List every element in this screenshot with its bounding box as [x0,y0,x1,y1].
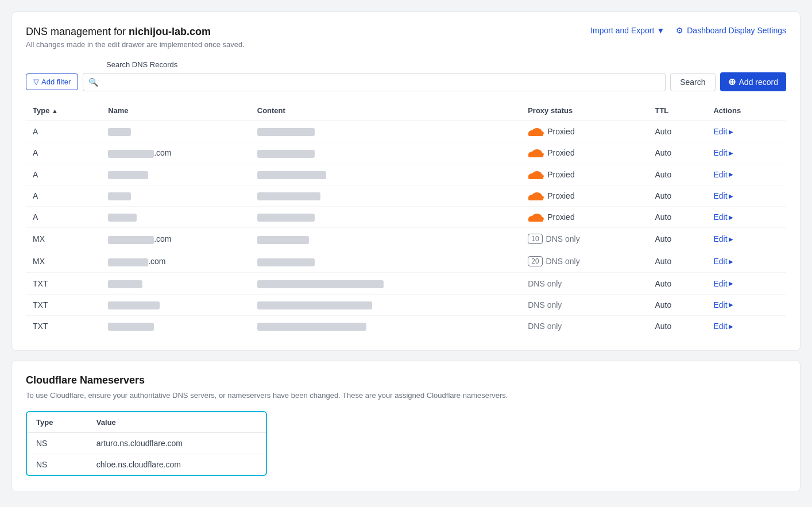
chevron-right-icon: ▶ [729,171,733,177]
nameservers-table: Type Value NSarturo.ns.cloudflare.comNSc… [27,412,266,475]
dns-card-header: DNS management for nichijou-lab.com All … [26,26,786,49]
cell-name [101,185,250,206]
blurred-content [257,301,372,309]
search-icon: 🔍 [88,78,98,87]
blurred-name [108,150,154,158]
ns-cell-value: arturo.ns.cloudflare.com [87,433,266,454]
cell-actions: Edit▶ [706,164,786,185]
add-filter-label: Add filter [41,78,71,86]
svg-rect-7 [528,154,543,157]
dns-card-subtitle: All changes made in the edit drawer are … [26,40,245,49]
blurred-name [108,258,148,266]
table-row: AProxiedAutoEdit▶ [26,207,786,228]
cell-proxy-status: 10DNS only [521,228,648,250]
chevron-right-icon: ▶ [729,301,733,308]
priority-badge: 20 [528,256,542,266]
cell-name [101,164,250,185]
search-button[interactable]: Search [670,73,715,91]
blurred-name [108,192,131,200]
search-input[interactable] [83,73,666,91]
blurred-content [257,171,326,179]
table-row: TXTDNS onlyAutoEdit▶ [26,316,786,337]
blurred-content [257,236,309,244]
cell-content [250,207,521,228]
edit-button[interactable]: Edit▶ [713,212,779,222]
ns-col-type: Type [27,412,87,433]
edit-button[interactable]: Edit▶ [713,234,779,243]
ns-header-row: Type Value [27,412,266,433]
cell-ttl: Auto [648,228,706,250]
cell-proxy-status: DNS only [521,273,648,294]
cell-content [250,185,521,206]
nameservers-table-wrap: Type Value NSarturo.ns.cloudflare.comNSc… [26,411,267,476]
blurred-content [257,150,315,158]
add-record-button[interactable]: ⊕ Add record [720,72,786,91]
table-row: AProxiedAutoEdit▶ [26,121,786,142]
cell-type: TXT [26,294,101,315]
cell-content [250,142,521,164]
table-row: TXTDNS onlyAutoEdit▶ [26,294,786,315]
cell-name [101,207,250,228]
cell-actions: Edit▶ [706,316,786,337]
cell-actions: Edit▶ [706,250,786,273]
dashboard-settings-button[interactable]: ⚙ Dashboard Display Settings [676,26,786,35]
add-filter-button[interactable]: ▽ Add filter [26,73,78,90]
chevron-right-icon: ▶ [729,214,733,220]
cell-type: TXT [26,316,101,337]
nameservers-title: Cloudflare Nameservers [26,374,786,386]
cloud-proxied-icon [528,148,544,157]
ns-cell-type: NS [27,454,87,475]
cell-actions: Edit▶ [706,121,786,142]
edit-button[interactable]: Edit▶ [713,127,779,136]
blurred-content [257,280,384,288]
edit-button[interactable]: Edit▶ [713,148,779,157]
col-content: Content [250,100,521,121]
svg-rect-3 [528,133,543,136]
cell-content [250,294,521,315]
cell-ttl: Auto [648,164,706,185]
dns-title-section: DNS management for nichijou-lab.com All … [26,26,245,49]
blurred-name [108,214,137,222]
import-export-label: Import and Export [590,26,654,35]
table-row: TXTDNS onlyAutoEdit▶ [26,273,786,294]
cell-content [250,228,521,250]
table-header-row: Type ▲ Name Content Proxy status TTL Act… [26,100,786,121]
cell-content [250,164,521,185]
cell-actions: Edit▶ [706,273,786,294]
gear-icon: ⚙ [676,26,683,35]
ns-col-value: Value [87,412,266,433]
import-export-button[interactable]: Import and Export ▼ [590,26,664,35]
cell-name [101,316,250,337]
edit-button[interactable]: Edit▶ [713,322,779,331]
ns-table-row: NSchloe.ns.cloudflare.com [27,454,266,475]
cell-type: A [26,121,101,142]
blurred-name [108,301,160,309]
dns-table-body: AProxiedAutoEdit▶A.comProxiedAutoEdit▶AP… [26,121,786,337]
ns-table-row: NSarturo.ns.cloudflare.com [27,433,266,454]
edit-button[interactable]: Edit▶ [713,191,779,200]
blurred-content [257,214,315,222]
cloud-proxied-icon [528,127,544,136]
cell-ttl: Auto [648,294,706,315]
cell-proxy-status: DNS only [521,316,648,337]
chevron-right-icon: ▶ [729,236,733,242]
cell-name: .com [101,250,250,273]
dns-card-title: DNS management for nichijou-lab.com [26,26,245,38]
svg-rect-15 [528,198,543,200]
col-ttl: TTL [648,100,706,121]
cell-content [250,121,521,142]
dns-records-table: Type ▲ Name Content Proxy status TTL Act… [26,100,786,336]
cell-proxy-status: 20DNS only [521,250,648,273]
cell-name [101,121,250,142]
edit-button[interactable]: Edit▶ [713,279,779,288]
blurred-content [257,192,320,200]
col-name: Name [101,100,250,121]
edit-button[interactable]: Edit▶ [713,300,779,309]
cell-proxy-status: DNS only [521,294,648,315]
edit-button[interactable]: Edit▶ [713,257,779,266]
cell-actions: Edit▶ [706,228,786,250]
cell-type: A [26,207,101,228]
dropdown-arrow-icon: ▼ [656,26,664,35]
edit-button[interactable]: Edit▶ [713,170,779,179]
blurred-name [108,323,154,331]
